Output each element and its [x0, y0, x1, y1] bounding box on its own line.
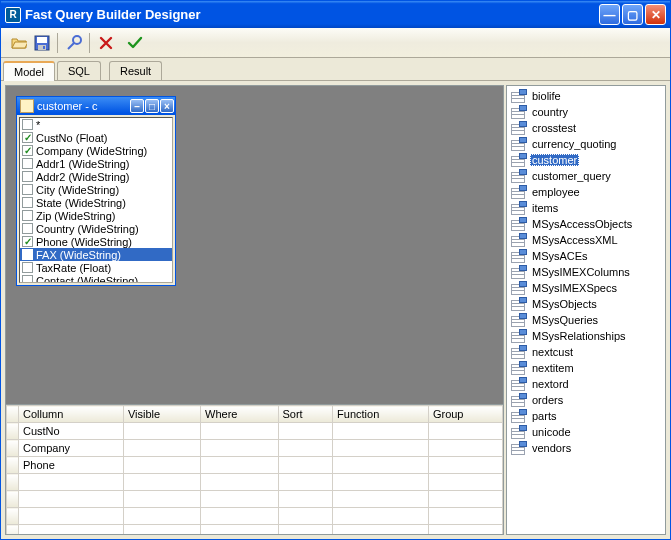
table-window-titlebar[interactable]: customer - c – □ × — [17, 97, 175, 115]
field-checkbox[interactable] — [22, 197, 33, 208]
field-row[interactable]: Phone (WideString) — [20, 235, 172, 248]
field-row[interactable]: Contact (WideString) — [20, 274, 172, 282]
tree-item[interactable]: employee — [507, 184, 665, 200]
ok-button[interactable] — [123, 31, 146, 54]
field-checkbox[interactable] — [22, 210, 33, 221]
field-checkbox[interactable] — [22, 184, 33, 195]
grid-cell[interactable] — [201, 474, 278, 491]
grid-header[interactable]: Collumn — [19, 406, 124, 423]
tree-item[interactable]: nextcust — [507, 344, 665, 360]
table-window-max-button[interactable]: □ — [145, 99, 159, 113]
field-checkbox[interactable] — [22, 275, 33, 282]
grid-cell[interactable] — [428, 525, 502, 536]
grid-cell[interactable]: Company — [19, 440, 124, 457]
minimize-button[interactable]: — — [599, 4, 620, 25]
cancel-button[interactable] — [94, 31, 117, 54]
maximize-button[interactable]: ▢ — [622, 4, 643, 25]
grid-cell[interactable] — [201, 440, 278, 457]
grid-cell[interactable] — [19, 525, 124, 536]
save-button[interactable] — [30, 31, 53, 54]
grid-row-header[interactable] — [7, 423, 19, 440]
grid-cell[interactable] — [278, 457, 333, 474]
tree-item[interactable]: MSysAccessXML — [507, 232, 665, 248]
field-row[interactable]: Zip (WideString) — [20, 209, 172, 222]
tree-item[interactable]: parts — [507, 408, 665, 424]
grid-cell[interactable] — [19, 474, 124, 491]
grid-cell[interactable] — [278, 508, 333, 525]
grid-cell[interactable] — [333, 508, 429, 525]
tree-item[interactable]: items — [507, 200, 665, 216]
tree-item[interactable]: country — [507, 104, 665, 120]
criteria-grid[interactable]: CollumnVisibleWhereSortFunctionGroup Cus… — [6, 405, 503, 535]
field-row[interactable]: Country (WideString) — [20, 222, 172, 235]
grid-row-header[interactable] — [7, 474, 19, 491]
grid-row-header[interactable] — [7, 491, 19, 508]
tree-item[interactable]: MSysACEs — [507, 248, 665, 264]
tree-item[interactable]: MSysIMEXColumns — [507, 264, 665, 280]
grid-cell[interactable] — [123, 525, 200, 536]
clear-button[interactable] — [62, 31, 85, 54]
field-row[interactable]: * — [20, 118, 172, 131]
grid-cell[interactable] — [278, 474, 333, 491]
grid-cell[interactable] — [428, 474, 502, 491]
field-checkbox[interactable] — [22, 132, 33, 143]
tree-item[interactable]: MSysAccessObjects — [507, 216, 665, 232]
tree-item[interactable]: MSysQueries — [507, 312, 665, 328]
grid-cell[interactable] — [201, 491, 278, 508]
grid-cell[interactable] — [123, 491, 200, 508]
field-row[interactable]: Company (WideString) — [20, 144, 172, 157]
grid-cell[interactable] — [333, 525, 429, 536]
field-row[interactable]: State (WideString) — [20, 196, 172, 209]
grid-cell[interactable] — [333, 474, 429, 491]
table-tree[interactable]: biolifecountrycrosstestcurrency_quotingc… — [506, 85, 666, 535]
grid-cell[interactable] — [201, 525, 278, 536]
field-checkbox[interactable] — [22, 262, 33, 273]
tree-item[interactable]: biolife — [507, 88, 665, 104]
tree-item[interactable]: MSysIMEXSpecs — [507, 280, 665, 296]
grid-header[interactable]: Sort — [278, 406, 333, 423]
close-button[interactable]: ✕ — [645, 4, 666, 25]
field-row[interactable]: City (WideString) — [20, 183, 172, 196]
grid-cell[interactable]: CustNo — [19, 423, 124, 440]
table-window-min-button[interactable]: – — [130, 99, 144, 113]
grid-cell[interactable] — [201, 457, 278, 474]
tree-item[interactable]: customer_query — [507, 168, 665, 184]
grid-cell[interactable] — [278, 491, 333, 508]
title-bar[interactable]: Fast Query Builder Designer — ▢ ✕ — [1, 1, 670, 28]
grid-cell[interactable]: Phone — [19, 457, 124, 474]
table-window-customer[interactable]: customer - c – □ × *CustNo (Float)Compan… — [16, 96, 176, 286]
field-row[interactable]: CustNo (Float) — [20, 131, 172, 144]
grid-header[interactable]: Visible — [123, 406, 200, 423]
grid-header[interactable]: Function — [333, 406, 429, 423]
field-row[interactable]: FAX (WideString) — [20, 248, 172, 261]
field-checkbox[interactable] — [22, 145, 33, 156]
grid-header[interactable]: Where — [201, 406, 278, 423]
tree-item[interactable]: customer — [507, 152, 665, 168]
grid-cell[interactable] — [201, 508, 278, 525]
field-checkbox[interactable] — [22, 223, 33, 234]
tree-item[interactable]: currency_quoting — [507, 136, 665, 152]
grid-cell[interactable] — [123, 474, 200, 491]
tree-item[interactable]: nextord — [507, 376, 665, 392]
grid-cell[interactable] — [201, 423, 278, 440]
grid-cell[interactable] — [333, 457, 429, 474]
grid-cell[interactable] — [428, 508, 502, 525]
tree-item[interactable]: MSysRelationships — [507, 328, 665, 344]
tree-item[interactable]: orders — [507, 392, 665, 408]
grid-cell[interactable] — [19, 491, 124, 508]
grid-row-header[interactable] — [7, 440, 19, 457]
grid-cell[interactable] — [123, 508, 200, 525]
grid-cell[interactable] — [278, 525, 333, 536]
tree-item[interactable]: MSysObjects — [507, 296, 665, 312]
grid-cell[interactable] — [333, 440, 429, 457]
grid-row-header[interactable] — [7, 525, 19, 536]
tree-item[interactable]: vendors — [507, 440, 665, 456]
grid-header[interactable]: Group — [428, 406, 502, 423]
grid-cell[interactable] — [428, 423, 502, 440]
design-canvas[interactable]: customer - c – □ × *CustNo (Float)Compan… — [5, 85, 504, 405]
field-checkbox[interactable] — [22, 119, 33, 130]
field-checkbox[interactable] — [22, 171, 33, 182]
field-checkbox[interactable] — [22, 158, 33, 169]
tab-result[interactable]: Result — [109, 61, 162, 80]
tab-model[interactable]: Model — [3, 61, 55, 81]
